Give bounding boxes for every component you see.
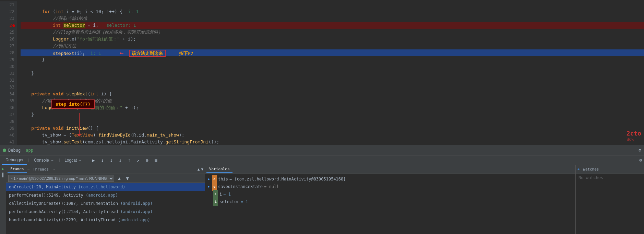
code-line-36: Logger.i("stepNext当前的i的值：" + i);: [21, 104, 644, 111]
run-to-cursor-btn[interactable]: ↗: [134, 156, 142, 164]
code-line-35: //输入stepNext中接收到的i的值: [21, 97, 644, 104]
code-editor: 2122232425262728293031323334353637383940…: [0, 0, 644, 234]
tab-console[interactable]: Console →: [31, 156, 58, 165]
frames-list: onCreate():28, MainActivity (com.zsl.hel…: [6, 183, 205, 234]
code-line-26: Logger.e("for当前的i的值：" + i);: [21, 36, 644, 43]
watches-area: No watches: [576, 174, 644, 234]
tab-debugger[interactable]: Debugger: [2, 156, 27, 165]
variable-item[interactable]: iselector = 1: [205, 198, 575, 206]
step-over-btn[interactable]: ↓: [99, 156, 106, 164]
var-type-icon: i: [213, 198, 218, 206]
thread-row: <1> main"@830,027,288,152 in group "main…: [6, 174, 205, 183]
watermark-line1: 2cto: [627, 130, 641, 137]
step-into-btn[interactable]: ↕: [108, 156, 115, 164]
code-line-31: }: [21, 70, 644, 77]
code-line-40: tv_show = (TextView) findViewById(R.id.m…: [21, 132, 644, 139]
frame-item[interactable]: performCreate():5249, Activity (android.…: [6, 191, 205, 199]
panel-tab-sep: →: [27, 167, 30, 171]
main-layout: 2122232425262728293031323334353637383940…: [0, 0, 644, 234]
pause-btn[interactable]: [1, 173, 5, 177]
frames-btn[interactable]: ⊞: [152, 156, 160, 164]
panel-tab-sep2: →: [52, 167, 56, 171]
var-type-icon: o: [212, 175, 217, 183]
variable-item[interactable]: ii = 1: [205, 190, 575, 198]
var-value: = 1: [241, 198, 248, 206]
thread-up-btn[interactable]: ▲: [116, 176, 122, 181]
tab-logcat-label: Logcat →: [64, 158, 82, 163]
watermark: 2cto 论坛: [627, 130, 641, 142]
tab-threads[interactable]: Threads: [30, 166, 51, 172]
frames-threads-tabs: Frames → Threads → ▲ ▼: [6, 165, 205, 174]
tab-console-label: Console →: [34, 158, 54, 163]
code-line-25: //打log查看当前i的值（此步多余，实际开发请忽略）: [21, 29, 644, 36]
frame-item[interactable]: handleLaunchActivity():2239, ActivityThr…: [6, 216, 205, 224]
side-toolbar: ▶: [0, 165, 6, 234]
line-numbers: 2122232425262728293031323334353637383940…: [0, 1, 17, 145]
code-line-21: [21, 1, 644, 8]
variables-watches-tabs: Variables: [205, 165, 575, 174]
debug-app-name: app: [26, 148, 33, 153]
panel-up-btn[interactable]: ▲: [198, 167, 200, 172]
right-panel: Variables ▶othis = {com.zsl.helloword.Ma…: [205, 165, 575, 234]
pause-bar-1: [2, 173, 3, 175]
running-indicator: [3, 149, 6, 152]
var-name: selector: [219, 198, 239, 206]
panel-down-btn[interactable]: ▼: [201, 167, 203, 172]
variable-item[interactable]: ▶othis = {com.zsl.helloword.MainActivity…: [205, 175, 575, 183]
code-line-23: //获取当前i的值: [21, 15, 644, 22]
pause-bar-2: [2, 175, 3, 178]
watches-expand-icon: +: [577, 167, 580, 171]
code-line-32: [21, 77, 644, 84]
var-name: i: [219, 190, 222, 198]
code-line-37: }: [21, 111, 644, 118]
frame-item[interactable]: onCreate():28, MainActivity (com.zsl.hel…: [6, 183, 205, 191]
tab-frames[interactable]: Frames: [8, 166, 27, 173]
tab-sep-2: |: [58, 158, 60, 162]
code-container: 2122232425262728293031323334353637383940…: [0, 0, 644, 145]
debug-label-text: Debug: [8, 148, 21, 153]
code-line-22: for (int i = 0; i < 10; i++) { i: 1: [21, 8, 644, 15]
debug-toolbar: Debug app ⚙: [0, 145, 644, 155]
var-value: = {com.zsl.helloword.MainActivity@830051…: [229, 175, 346, 183]
var-type-icon: o: [212, 183, 217, 191]
step-out-btn[interactable]: ↑: [126, 156, 133, 164]
debug-content: ▶ Frames → Threads → ▲: [0, 165, 644, 234]
debug-icons: ▶ ↓ ↕ ⇓ ↑ ↗ ⊕ ⊞: [90, 156, 160, 164]
tab-sep-1: |: [28, 158, 30, 162]
code-line-41: tv_show.setText(com.zsl.hellojni.MainAct…: [21, 139, 644, 145]
expand-icon[interactable]: ▶: [208, 183, 210, 190]
frame-item[interactable]: performLaunchActivity():2154, ActivityTh…: [6, 208, 205, 216]
play-btn[interactable]: ▶: [1, 166, 5, 171]
code-line-34: private void stepNext(int i) {: [21, 91, 644, 97]
code-line-27: //调用方法: [21, 43, 644, 49]
thread-select[interactable]: <1> main"@830,027,288,152 in group "main…: [8, 175, 114, 182]
tab-variables[interactable]: Variables: [206, 166, 232, 173]
debug-panel: Debugger | Console → | Logcat → ▶ ↓ ↕ ⇓ …: [0, 155, 644, 234]
debug-settings-icon[interactable]: ⚙: [639, 157, 642, 163]
debug-tab-row: Debugger | Console → | Logcat → ▶ ↓ ↕ ⇓ …: [0, 155, 644, 165]
tab-logcat[interactable]: Logcat →: [61, 156, 85, 165]
variable-item[interactable]: ▶osavedInstanceState = null: [205, 183, 575, 190]
var-value: = 1: [223, 190, 231, 198]
code-line-24: int selector = i; selector: 1: [21, 22, 644, 29]
var-name: savedInstanceState: [218, 183, 263, 190]
watches-tab-row: + Watches: [576, 165, 644, 174]
debug-app-label: Debug app: [8, 148, 33, 153]
force-step-into-btn[interactable]: ⇓: [117, 156, 124, 164]
resume-btn[interactable]: ▶: [90, 156, 97, 164]
gear-icon[interactable]: ⚙: [639, 148, 641, 153]
code-line-38: [21, 118, 644, 125]
code-line-29: }: [21, 56, 644, 63]
watches-panel: + Watches No watches: [575, 165, 644, 234]
thread-down-btn[interactable]: ▼: [124, 176, 131, 181]
frame-item[interactable]: callActivityOnCreate():1087, Instrumenta…: [6, 199, 205, 208]
evaluate-btn[interactable]: ⊕: [143, 156, 151, 164]
code-line-30: [21, 63, 644, 70]
var-value: = null: [264, 183, 279, 190]
left-panel: Frames → Threads → ▲ ▼ <1> main"@830,027…: [6, 165, 205, 234]
expand-icon[interactable]: ▶: [208, 175, 210, 183]
tab-debugger-label: Debugger: [5, 157, 24, 162]
tab-watches[interactable]: Watches: [580, 166, 601, 172]
panel-nav-arrows: ▲ ▼: [198, 167, 203, 172]
var-name: this: [218, 175, 228, 183]
